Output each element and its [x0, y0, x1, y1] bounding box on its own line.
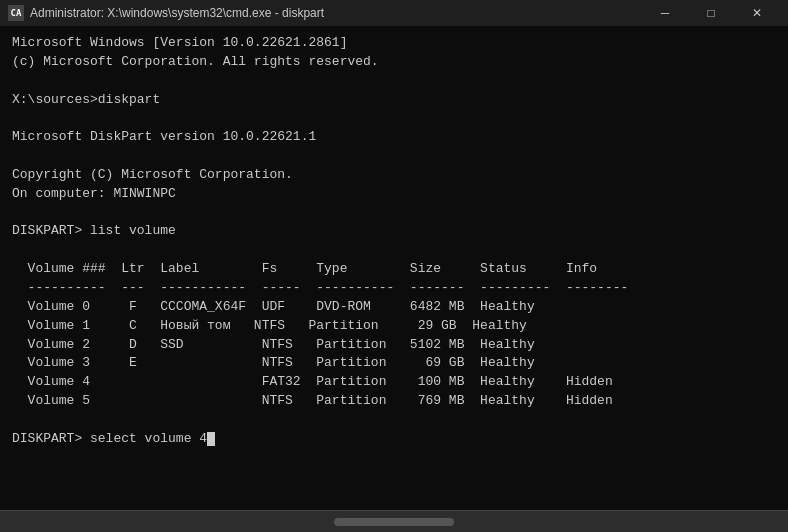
terminal-body[interactable]: Microsoft Windows [Version 10.0.22621.28… — [0, 26, 788, 510]
minimize-button[interactable]: ─ — [642, 0, 688, 26]
window-icon: CA — [8, 5, 24, 21]
bottom-bar — [0, 510, 788, 532]
close-button[interactable]: ✕ — [734, 0, 780, 26]
scrollbar-thumb[interactable] — [334, 518, 454, 526]
window-title: Administrator: X:\windows\system32\cmd.e… — [30, 6, 636, 20]
window-controls: ─ □ ✕ — [642, 0, 780, 26]
terminal-output: Microsoft Windows [Version 10.0.22621.28… — [12, 34, 776, 449]
title-bar: CA Administrator: X:\windows\system32\cm… — [0, 0, 788, 26]
maximize-button[interactable]: □ — [688, 0, 734, 26]
cmd-window: CA Administrator: X:\windows\system32\cm… — [0, 0, 788, 532]
cursor — [207, 432, 215, 446]
